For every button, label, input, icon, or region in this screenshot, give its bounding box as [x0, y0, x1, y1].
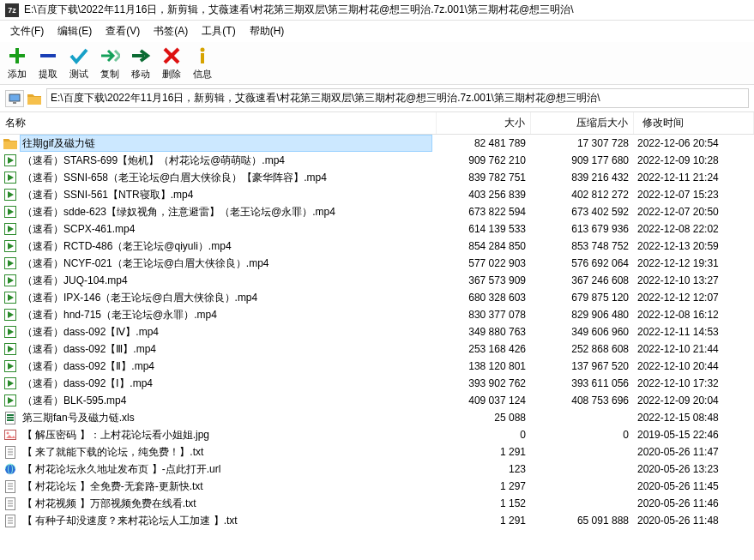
file-modified-time: 2022-12-10 13:27: [629, 273, 749, 288]
app-icon: 7z: [5, 3, 19, 17]
txt-icon: [3, 479, 17, 493]
list-item[interactable]: （速看）JUQ-104.mp4367 573 909367 246 608202…: [0, 272, 754, 289]
menu-bookmarks[interactable]: 书签(A): [147, 22, 195, 40]
menu-help[interactable]: 帮助(H): [243, 22, 292, 40]
column-name[interactable]: 名称: [0, 112, 437, 134]
file-name: （速看）NCYF-021（老王论坛@白眉大侠徐良）.mp4: [21, 256, 431, 271]
test-button[interactable]: 测试: [63, 44, 94, 82]
file-size: 393 902 762: [431, 376, 526, 391]
list-item[interactable]: （速看）BLK-595.mp4409 037 124408 753 696202…: [0, 392, 754, 409]
file-size: 25 088: [431, 410, 526, 425]
path-input[interactable]: E:\百度下载\2022年11月16日，新剪辑，艾薇速看\村花第三期双层\第三期…: [46, 88, 749, 108]
file-modified-time: 2020-05-26 11:48: [629, 513, 749, 528]
up-directory-button[interactable]: [5, 90, 24, 107]
file-size: 367 573 909: [431, 273, 526, 288]
svg-rect-1: [9, 54, 25, 57]
list-item[interactable]: 【 村花论坛永久地址发布页 】-点此打开.url1232020-05-26 13…: [0, 461, 754, 478]
column-size[interactable]: 大小: [437, 112, 531, 134]
file-modified-time: 2022-12-13 20:59: [629, 238, 749, 254]
file-name: （速看）dass-092【Ⅰ】.mp4: [21, 376, 431, 391]
file-packed-size: 673 402 592: [526, 204, 629, 220]
xls-icon: [3, 411, 17, 425]
column-packed[interactable]: 压缩后大小: [531, 112, 634, 134]
info-button[interactable]: 信息: [187, 44, 218, 82]
menu-edit[interactable]: 编辑(E): [51, 22, 99, 40]
video-icon: [3, 342, 17, 356]
file-packed-size: 137 967 520: [526, 358, 629, 374]
title-bar: 7z E:\百度下载\2022年11月16日，新剪辑，艾薇速看\村花第三期双层\…: [0, 0, 754, 21]
list-item[interactable]: 【 解压密码 】：上村花论坛看小姐姐.jpg002019-05-15 22:46: [0, 426, 754, 443]
list-item[interactable]: （速看）hnd-715（老王论坛@永罪）.mp4830 377 078829 9…: [0, 306, 754, 323]
list-item[interactable]: （速看）RCTD-486（老王论坛@qiyuli）.mp4854 284 850…: [0, 238, 754, 255]
file-size: 830 377 078: [431, 307, 526, 322]
file-name: 【 解压密码 】：上村花论坛看小姐姐.jpg: [21, 427, 431, 443]
list-item[interactable]: （速看）sdde-623【绿奴视角，注意避雷】（老王论坛@永罪）.mp4673 …: [0, 203, 754, 220]
list-item[interactable]: （速看）SCPX-461.mp4614 139 533613 679 93620…: [0, 220, 754, 238]
copy-button[interactable]: 复制: [94, 44, 125, 82]
extract-button[interactable]: 提取: [33, 44, 63, 82]
list-item[interactable]: （速看）STARS-699【炮机】（村花论坛@萌萌哒）.mp4909 762 2…: [0, 152, 754, 169]
file-name: （速看）BLK-595.mp4: [21, 393, 431, 408]
video-icon: [3, 274, 17, 287]
url-icon: [3, 462, 17, 476]
file-modified-time: 2022-12-08 22:02: [629, 221, 749, 237]
list-item[interactable]: （速看）dass-092【Ⅰ】.mp4393 902 762393 611 05…: [0, 375, 754, 392]
file-name: （速看）STARS-699【炮机】（村花论坛@萌萌哒）.mp4: [21, 153, 431, 168]
delete-x-icon: [161, 45, 182, 66]
file-packed-size: 613 679 936: [526, 221, 629, 237]
svg-rect-2: [40, 54, 56, 57]
file-name: （速看）SSNI-658（老王论坛@白眉大侠徐良）【豪华阵容】.mp4: [21, 170, 431, 185]
file-size: 839 782 751: [431, 170, 526, 185]
list-item[interactable]: （速看）dass-092【Ⅲ】.mp4253 168 426252 868 60…: [0, 340, 754, 358]
add-button[interactable]: 添加: [2, 44, 33, 82]
svg-point-5: [201, 48, 205, 52]
file-name: （速看）RCTD-486（老王论坛@qiyuli）.mp4: [21, 238, 431, 254]
img-icon: [3, 428, 17, 442]
move-arrow-icon: [130, 45, 151, 66]
file-modified-time: 2022-12-12 19:31: [629, 256, 749, 271]
menu-bar: 文件(F) 编辑(E) 查看(V) 书签(A) 工具(T) 帮助(H): [0, 21, 754, 42]
list-item[interactable]: （速看）NCYF-021（老王论坛@白眉大侠徐良）.mp4577 022 903…: [0, 255, 754, 272]
file-packed-size: 576 692 064: [526, 256, 629, 271]
list-item[interactable]: 【 村花视频 】万部视频免费在线看.txt1 1522020-05-26 11:…: [0, 495, 754, 512]
delete-button[interactable]: 删除: [156, 44, 187, 82]
list-item[interactable]: （速看）SSNI-658（老王论坛@白眉大侠徐良）【豪华阵容】.mp4839 7…: [0, 169, 754, 186]
list-item[interactable]: （速看）dass-092【Ⅱ】.mp4138 120 801137 967 52…: [0, 358, 754, 375]
list-item[interactable]: （速看）IPX-146（老王论坛@白眉大侠徐良）.mp4680 328 6036…: [0, 289, 754, 306]
list-item[interactable]: （速看）SSNI-561【NTR寝取】.mp4403 256 839402 81…: [0, 186, 754, 203]
file-packed-size: 853 748 752: [526, 238, 629, 254]
toolbar: 添加 提取 测试 复制 移动 删除 信息: [0, 42, 754, 85]
video-icon: [3, 308, 17, 322]
txt-icon: [3, 445, 17, 459]
file-size: 82 481 789: [431, 135, 526, 151]
list-item[interactable]: 第三期fan号及磁力链.xls25 0882022-12-15 08:48: [0, 409, 754, 426]
file-name: （速看）hnd-715（老王论坛@永罪）.mp4: [21, 307, 431, 322]
file-name: 第三期fan号及磁力链.xls: [21, 410, 431, 425]
list-item[interactable]: 【 村花论坛 】全免费-无套路-更新快.txt1 2972020-05-26 1…: [0, 478, 754, 495]
file-modified-time: 2022-12-11 14:53: [629, 324, 749, 340]
file-name: 【 有种子却没速度？来村花论坛人工加速 】.txt: [21, 513, 431, 528]
svg-rect-8: [13, 102, 16, 104]
list-item[interactable]: 往期gif及磁力链82 481 78917 307 7282022-12-06 …: [0, 135, 754, 152]
monitor-icon: [9, 93, 21, 104]
list-item[interactable]: （速看）dass-092【Ⅳ】.mp4349 880 763349 606 96…: [0, 323, 754, 340]
list-item[interactable]: 【 来了就能下载的论坛，纯免费！】.txt1 2912020-05-26 11:…: [0, 443, 754, 461]
file-modified-time: 2022-12-11 21:24: [629, 170, 749, 185]
video-icon: [3, 325, 17, 339]
menu-view[interactable]: 查看(V): [99, 22, 147, 40]
move-button[interactable]: 移动: [125, 44, 156, 82]
svg-rect-6: [201, 53, 204, 63]
path-bar: E:\百度下载\2022年11月16日，新剪辑，艾薇速看\村花第三期双层\第三期…: [0, 85, 754, 112]
file-packed-size: 909 177 680: [526, 153, 629, 168]
menu-file[interactable]: 文件(F): [3, 22, 51, 40]
file-modified-time: 2022-12-10 21:44: [629, 341, 749, 357]
file-size: 614 139 533: [431, 221, 526, 237]
column-mtime[interactable]: 修改时间: [634, 112, 754, 134]
file-size: 1 152: [431, 496, 526, 511]
file-size: 577 022 903: [431, 256, 526, 271]
menu-tools[interactable]: 工具(T): [195, 22, 242, 40]
minus-icon: [38, 45, 58, 66]
file-name: （速看）dass-092【Ⅲ】.mp4: [21, 341, 431, 357]
txt-icon: [3, 514, 17, 527]
list-item[interactable]: 【 有种子却没速度？来村花论坛人工加速 】.txt1 29165 091 888…: [0, 512, 754, 529]
